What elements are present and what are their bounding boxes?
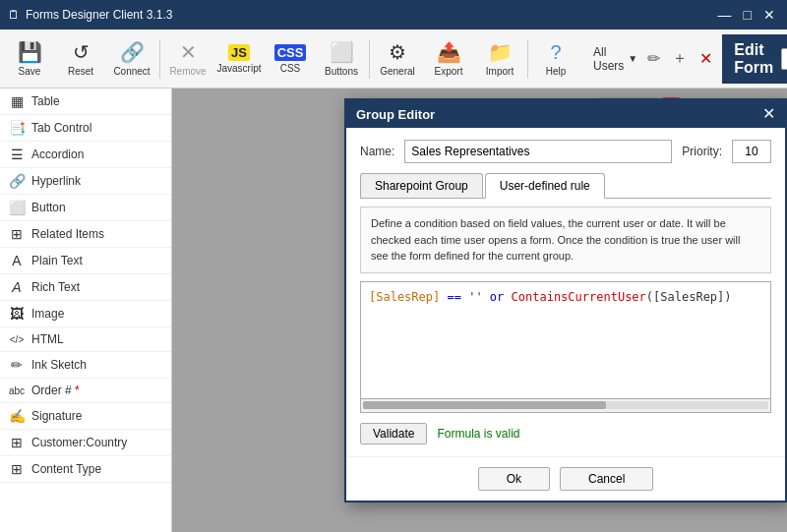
title-bar-left: 🗒 Forms Designer Client 3.1.3 [8, 8, 172, 22]
priority-input[interactable] [732, 140, 771, 163]
customer-country-icon: ⊞ [8, 435, 26, 450]
title-bar-controls: — □ ✕ [714, 8, 779, 22]
main-layout: ▦ Table 📑 Tab Control ☰ Accordion 🔗 Hype… [0, 89, 787, 532]
app-title: Forms Designer Client 3.1.3 [26, 8, 172, 22]
users-label: All Users [593, 45, 624, 73]
tab-control-icon: 📑 [8, 120, 26, 136]
javascript-button[interactable]: JS Javascript [213, 32, 265, 86]
sidebar-item-label: Accordion [31, 148, 84, 161]
content-area: 📅 Group Editor ✕ Name: [172, 89, 787, 532]
general-button[interactable]: ⚙ General [372, 32, 423, 86]
separator-1 [159, 39, 160, 79]
maximize-button[interactable]: □ [740, 8, 756, 22]
priority-label: Priority: [682, 145, 722, 158]
connect-button[interactable]: 🔗 Connect [106, 32, 157, 86]
item-dropdown[interactable]: Item [781, 48, 787, 70]
save-icon: 💾 [18, 40, 42, 64]
sidebar-item-accordion[interactable]: ☰ Accordion [0, 142, 171, 168]
sidebar-item-ink-sketch[interactable]: ✏ Ink Sketch [0, 352, 171, 379]
delete-user-button[interactable]: ✕ [697, 47, 714, 70]
rich-text-icon: A [8, 279, 26, 295]
accordion-icon: ☰ [8, 147, 26, 162]
help-label: Help [546, 66, 567, 77]
save-button[interactable]: 💾 Save [4, 32, 55, 86]
name-input[interactable] [404, 140, 672, 163]
import-button[interactable]: 📁 Import [474, 32, 525, 86]
sidebar-item-related-items[interactable]: ⊞ Related Items [0, 221, 171, 248]
sidebar-item-label: Rich Text [31, 280, 80, 294]
sidebar-item-hyperlink[interactable]: 🔗 Hyperlink [0, 168, 171, 195]
separator-3 [527, 39, 528, 79]
sidebar-item-label: Tab Control [31, 121, 91, 135]
export-button[interactable]: 📤 Export [423, 32, 474, 86]
cancel-button[interactable]: Cancel [560, 467, 653, 491]
sidebar-item-html[interactable]: </> HTML [0, 327, 171, 352]
css-icon: CSS [274, 44, 307, 61]
sidebar: ▦ Table 📑 Tab Control ☰ Accordion 🔗 Hype… [0, 89, 172, 532]
remove-label: Remove [169, 66, 206, 77]
sidebar-item-content-type[interactable]: ⊞ Content Type [0, 456, 171, 483]
ok-button[interactable]: Ok [478, 467, 550, 491]
signature-icon: ✍ [8, 408, 26, 424]
order-icon: abc [8, 385, 26, 396]
sidebar-item-tab-control[interactable]: 📑 Tab Control [0, 115, 171, 142]
general-icon: ⚙ [389, 40, 406, 64]
sidebar-item-button[interactable]: ⬜ Button [0, 195, 171, 221]
save-label: Save [19, 66, 41, 77]
reset-button[interactable]: ↺ Reset [55, 32, 106, 86]
separator-2 [369, 39, 370, 79]
sidebar-item-rich-text[interactable]: A Rich Text [0, 274, 171, 301]
sidebar-item-table[interactable]: ▦ Table [0, 89, 171, 115]
edit-form-section: Edit Form Item [722, 34, 787, 84]
css-button[interactable]: CSS CSS [265, 32, 316, 86]
html-icon: </> [8, 334, 26, 345]
dialog-body: Name: Priority: Sharepoint Group User-de… [346, 128, 785, 456]
dialog-header: Group Editor ✕ [346, 100, 785, 128]
scrollbar-area [360, 399, 771, 413]
close-button[interactable]: ✕ [759, 8, 779, 22]
info-box: Define a condition based on field values… [360, 207, 771, 273]
users-dropdown[interactable]: All Users ▼ [593, 45, 637, 73]
connect-icon: 🔗 [120, 40, 145, 64]
sidebar-item-label: Button [31, 201, 66, 214]
sidebar-item-image[interactable]: 🖼 Image [0, 301, 171, 327]
toolbar-left: 💾 Save ↺ Reset 🔗 Connect ✕ Remove JS Jav… [0, 30, 585, 89]
dialog-title: Group Editor [356, 107, 435, 122]
sidebar-item-label: Ink Sketch [31, 358, 87, 372]
buttons-button[interactable]: ⬜ Buttons [316, 32, 367, 86]
minimize-button[interactable]: — [714, 8, 736, 22]
ink-sketch-icon: ✏ [8, 357, 26, 373]
css-label: CSS [280, 63, 301, 74]
valid-message: Formula is valid [437, 427, 519, 441]
sidebar-item-customer-country[interactable]: ⊞ Customer:Country [0, 430, 171, 456]
content-type-icon: ⊞ [8, 461, 26, 477]
button-icon: ⬜ [8, 200, 26, 215]
remove-button[interactable]: ✕ Remove [162, 32, 213, 86]
buttons-icon: ⬜ [330, 40, 354, 64]
sidebar-item-plain-text[interactable]: A Plain Text [0, 248, 171, 274]
dialog-close-button[interactable]: ✕ [762, 106, 775, 122]
cancel-label: Cancel [588, 472, 625, 486]
buttons-label: Buttons [325, 66, 358, 77]
reset-icon: ↺ [73, 40, 90, 64]
help-button[interactable]: ? Help [530, 32, 581, 86]
javascript-icon: JS [228, 44, 250, 61]
sidebar-item-label: Image [31, 307, 64, 321]
validate-button[interactable]: Validate [360, 423, 427, 444]
tab-user-defined-rule[interactable]: User-defined rule [485, 173, 605, 199]
edit-form-label: Edit Form [734, 41, 773, 77]
sidebar-item-label: Customer:Country [31, 436, 127, 449]
scrollbar-thumb [363, 401, 606, 409]
add-user-button[interactable]: ＋ [670, 46, 690, 71]
sidebar-item-signature[interactable]: ✍ Signature [0, 403, 171, 430]
reset-label: Reset [68, 66, 93, 77]
sidebar-item-label: Content Type [31, 462, 101, 476]
javascript-label: Javascript [216, 63, 261, 74]
group-editor-dialog: Group Editor ✕ Name: Priority: [344, 98, 787, 502]
hyperlink-icon: 🔗 [8, 173, 26, 189]
edit-user-button[interactable]: ✏ [645, 47, 662, 70]
code-editor[interactable]: [SalesRep] == '' or ContainsCurrentUser(… [360, 281, 771, 399]
tab-sharepoint-group[interactable]: Sharepoint Group [360, 173, 483, 198]
scrollbar-track[interactable] [363, 401, 768, 409]
sidebar-item-order[interactable]: abc Order # * [0, 379, 171, 403]
